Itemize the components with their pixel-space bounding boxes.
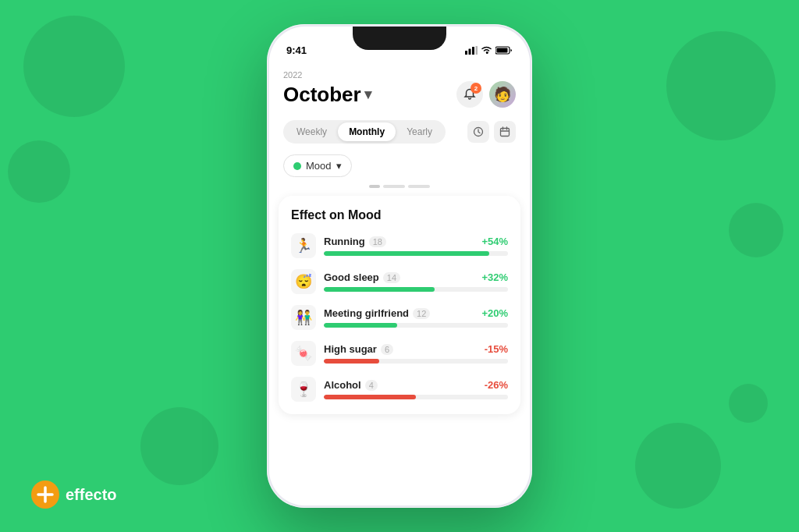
- tab-yearly[interactable]: Yearly: [396, 122, 443, 141]
- meeting-gf-bar-bg: [324, 323, 508, 328]
- running-emoji: 🏃: [291, 233, 316, 258]
- high-sugar-count: 6: [381, 344, 393, 355]
- scroll-dot-2: [383, 185, 405, 188]
- running-pct: +54%: [481, 236, 508, 247]
- tabs-container: Weekly Monthly Yearly: [269, 114, 530, 150]
- bg-blob-7: [729, 384, 768, 423]
- logo: effecto: [31, 481, 117, 509]
- high-sugar-bar-bg: [324, 359, 508, 364]
- notification-badge: 2: [471, 83, 481, 94]
- wifi-icon: [481, 46, 492, 56]
- running-label-row: Running 18 +54%: [324, 236, 508, 247]
- bg-blob-2: [8, 140, 70, 203]
- header-row: October ▾ 2 🧑: [283, 81, 516, 108]
- meeting-gf-emoji: 👫: [291, 305, 316, 330]
- alcohol-emoji: 🍷: [291, 377, 316, 402]
- meeting-gf-info: Meeting girlfriend 12 +20%: [324, 307, 508, 328]
- meeting-gf-bar: [324, 323, 397, 328]
- bg-blob-1: [23, 16, 125, 117]
- scroll-dot-3: [408, 185, 430, 188]
- alcohol-count: 4: [365, 380, 378, 391]
- logo-text: effecto: [66, 486, 117, 504]
- notch: [353, 27, 446, 50]
- tab-monthly[interactable]: Monthly: [338, 122, 396, 141]
- running-info: Running 18 +54%: [324, 236, 508, 256]
- effect-item-running: 🏃 Running 18 +54%: [291, 233, 508, 258]
- effect-item-meeting-gf: 👫 Meeting girlfriend 12 +20%: [291, 305, 508, 330]
- scroll-hint: [269, 182, 530, 190]
- app-content: 2022 October ▾ 2 �: [269, 61, 530, 505]
- notification-button[interactable]: 2: [456, 81, 483, 108]
- good-sleep-label-row: Good sleep 14 +32%: [324, 271, 508, 283]
- alcohol-name: Alcohol 4: [324, 379, 378, 391]
- alcohol-bar-bg: [324, 395, 508, 399]
- bg-blob-5: [729, 203, 783, 257]
- running-count: 18: [369, 236, 386, 247]
- phone-inner: 9:41: [269, 27, 530, 505]
- svg-rect-2: [472, 47, 474, 55]
- meeting-gf-pct: +20%: [481, 307, 508, 319]
- effect-item-alcohol: 🍷 Alcohol 4 -26%: [291, 377, 508, 402]
- running-name: Running 18: [324, 236, 386, 247]
- month-label: October: [283, 83, 361, 107]
- phone-frame: 9:41: [267, 24, 532, 508]
- signal-icon: [465, 46, 478, 56]
- good-sleep-count: 14: [383, 272, 400, 283]
- alcohol-pct: -26%: [485, 379, 508, 391]
- status-time: 9:41: [286, 44, 307, 56]
- high-sugar-bar: [324, 359, 379, 364]
- bg-blob-6: [635, 423, 721, 509]
- svg-rect-3: [476, 46, 478, 55]
- high-sugar-name: High sugar 6: [324, 343, 393, 355]
- meeting-gf-label-row: Meeting girlfriend 12 +20%: [324, 307, 508, 319]
- high-sugar-info: High sugar 6 -15%: [324, 343, 508, 364]
- alcohol-info: Alcohol 4 -26%: [324, 379, 508, 399]
- alcohol-bar: [324, 395, 416, 399]
- mood-selector: Mood ▾: [269, 150, 530, 182]
- header: 2022 October ▾ 2 �: [269, 61, 530, 114]
- mood-dropdown[interactable]: Mood ▾: [283, 154, 352, 177]
- month-chevron-icon[interactable]: ▾: [364, 86, 371, 103]
- effect-card-title: Effect on Mood: [291, 208, 508, 222]
- svg-rect-5: [497, 48, 508, 53]
- battery-icon: [495, 46, 513, 56]
- alcohol-label-row: Alcohol 4 -26%: [324, 379, 508, 391]
- clock-icon-button[interactable]: [467, 121, 489, 143]
- running-bar-bg: [324, 251, 508, 256]
- mood-dot: [293, 162, 301, 170]
- effect-item-good-sleep: 😴 Good sleep 14 +32%: [291, 269, 508, 294]
- header-title: October ▾: [283, 83, 371, 107]
- high-sugar-pct: -15%: [485, 343, 508, 355]
- avatar[interactable]: 🧑: [489, 81, 516, 108]
- good-sleep-name: Good sleep 14: [324, 271, 400, 283]
- mood-chevron-icon: ▾: [336, 160, 342, 172]
- header-year: 2022: [283, 70, 516, 80]
- effect-item-high-sugar: 🍬 High sugar 6 -15%: [291, 341, 508, 366]
- tab-weekly[interactable]: Weekly: [286, 122, 338, 141]
- scroll-dot-1: [369, 185, 380, 188]
- good-sleep-bar-bg: [324, 287, 508, 292]
- good-sleep-emoji: 😴: [291, 269, 316, 294]
- high-sugar-label-row: High sugar 6 -15%: [324, 343, 508, 355]
- tabs-group: Weekly Monthly Yearly: [283, 120, 446, 144]
- bg-blob-4: [666, 31, 776, 140]
- meeting-gf-name: Meeting girlfriend 12: [324, 307, 430, 319]
- calendar-icon-button[interactable]: [494, 121, 516, 143]
- good-sleep-bar: [324, 287, 435, 292]
- mood-label: Mood: [306, 160, 332, 172]
- good-sleep-info: Good sleep 14 +32%: [324, 271, 508, 292]
- status-icons: [465, 46, 513, 56]
- svg-rect-1: [469, 49, 471, 55]
- high-sugar-emoji: 🍬: [291, 341, 316, 366]
- effect-card: Effect on Mood 🏃 Running 18 +54%: [279, 196, 520, 414]
- bg-blob-3: [140, 407, 218, 485]
- tab-icons: [467, 121, 516, 143]
- header-actions: 2 🧑: [456, 81, 516, 108]
- logo-icon: [31, 481, 59, 509]
- svg-rect-7: [501, 129, 510, 137]
- running-bar: [324, 251, 489, 256]
- svg-rect-0: [465, 51, 467, 55]
- meeting-gf-count: 12: [413, 308, 430, 319]
- good-sleep-pct: +32%: [481, 271, 508, 283]
